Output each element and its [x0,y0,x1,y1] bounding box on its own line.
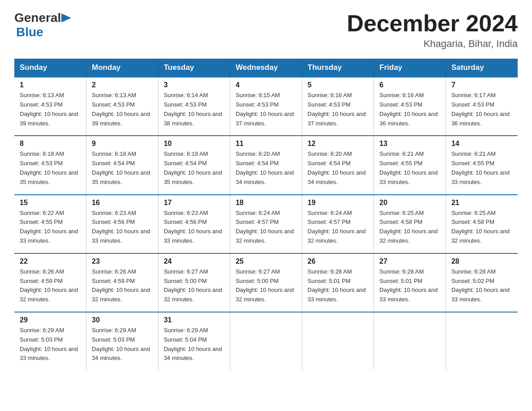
day-info: Sunrise: 6:20 AMSunset: 4:54 PMDaylight:… [236,150,296,187]
day-info: Sunrise: 6:22 AMSunset: 4:55 PMDaylight:… [20,209,81,246]
day-info: Sunrise: 6:28 AMSunset: 5:01 PMDaylight:… [308,267,369,304]
col-header-tuesday: Tuesday [158,59,230,77]
calendar-cell: 19 Sunrise: 6:24 AMSunset: 4:57 PMDaylig… [302,195,374,253]
day-number: 8 [20,140,81,148]
calendar-cell: 15 Sunrise: 6:22 AMSunset: 4:55 PMDaylig… [14,195,86,253]
day-number: 5 [308,81,369,89]
day-number: 22 [20,257,81,265]
calendar-cell: 14 Sunrise: 6:21 AMSunset: 4:55 PMDaylig… [446,136,518,194]
calendar-cell: 30 Sunrise: 6:29 AMSunset: 5:03 PMDaylig… [86,312,159,370]
day-info: Sunrise: 6:13 AMSunset: 4:53 PMDaylight:… [20,91,81,128]
day-number: 26 [308,257,369,265]
col-header-monday: Monday [86,59,159,77]
day-info: Sunrise: 6:21 AMSunset: 4:55 PMDaylight:… [451,150,512,187]
calendar-header-row: SundayMondayTuesdayWednesdayThursdayFrid… [14,59,518,77]
day-number: 15 [20,199,81,207]
col-header-thursday: Thursday [302,59,374,77]
col-header-saturday: Saturday [446,59,518,77]
page-header: General Blue December 2024 Khagaria, Bih… [14,11,518,50]
day-number: 18 [236,199,296,207]
day-info: Sunrise: 6:15 AMSunset: 4:53 PMDaylight:… [236,91,296,128]
day-number: 27 [379,257,440,265]
calendar-cell: 20 Sunrise: 6:25 AMSunset: 4:58 PMDaylig… [374,195,446,253]
logo-general-text: General [14,11,61,25]
day-number: 20 [379,199,440,207]
calendar-cell: 4 Sunrise: 6:15 AMSunset: 4:53 PMDayligh… [230,77,302,136]
day-number: 30 [92,316,153,324]
col-header-sunday: Sunday [14,59,86,77]
title-section: December 2024 Khagaria, Bihar, India [347,11,518,50]
day-number: 6 [379,81,440,89]
day-info: Sunrise: 6:14 AMSunset: 4:53 PMDaylight:… [164,91,225,128]
calendar-cell: 3 Sunrise: 6:14 AMSunset: 4:53 PMDayligh… [158,77,230,136]
day-number: 31 [164,316,225,324]
day-number: 10 [164,140,225,148]
calendar-week-row: 29 Sunrise: 6:29 AMSunset: 5:03 PMDaylig… [14,312,518,370]
day-number: 13 [379,140,440,148]
calendar-cell: 6 Sunrise: 6:16 AMSunset: 4:53 PMDayligh… [374,77,446,136]
calendar-cell: 31 Sunrise: 6:29 AMSunset: 5:04 PMDaylig… [158,312,230,370]
day-number: 17 [164,199,225,207]
day-info: Sunrise: 6:16 AMSunset: 4:53 PMDaylight:… [379,91,440,128]
day-info: Sunrise: 6:17 AMSunset: 4:53 PMDaylight:… [451,91,512,128]
day-info: Sunrise: 6:28 AMSunset: 5:02 PMDaylight:… [451,267,512,304]
calendar-week-row: 1 Sunrise: 6:13 AMSunset: 4:53 PMDayligh… [14,77,518,136]
day-info: Sunrise: 6:29 AMSunset: 5:03 PMDaylight:… [20,326,81,363]
day-info: Sunrise: 6:29 AMSunset: 5:03 PMDaylight:… [92,326,153,363]
day-number: 23 [92,257,153,265]
svg-marker-0 [61,13,71,22]
col-header-wednesday: Wednesday [230,59,302,77]
day-info: Sunrise: 6:27 AMSunset: 5:00 PMDaylight:… [236,267,296,304]
day-info: Sunrise: 6:20 AMSunset: 4:54 PMDaylight:… [308,150,369,187]
day-number: 24 [164,257,225,265]
day-info: Sunrise: 6:23 AMSunset: 4:56 PMDaylight:… [92,209,153,246]
day-number: 7 [451,81,512,89]
day-info: Sunrise: 6:21 AMSunset: 4:55 PMDaylight:… [379,150,440,187]
calendar-cell [374,312,446,370]
day-number: 14 [451,140,512,148]
day-number: 19 [308,199,369,207]
day-info: Sunrise: 6:28 AMSunset: 5:01 PMDaylight:… [379,267,440,304]
day-number: 12 [308,140,369,148]
calendar-cell: 23 Sunrise: 6:26 AMSunset: 4:59 PMDaylig… [86,253,159,312]
day-info: Sunrise: 6:26 AMSunset: 4:59 PMDaylight:… [20,267,81,304]
calendar-cell: 17 Sunrise: 6:23 AMSunset: 4:56 PMDaylig… [158,195,230,253]
calendar-cell: 21 Sunrise: 6:25 AMSunset: 4:58 PMDaylig… [446,195,518,253]
logo-blue-text: Blue [16,25,43,39]
day-number: 9 [92,140,153,148]
day-info: Sunrise: 6:25 AMSunset: 4:58 PMDaylight:… [451,209,512,246]
calendar-cell: 13 Sunrise: 6:21 AMSunset: 4:55 PMDaylig… [374,136,446,194]
day-info: Sunrise: 6:13 AMSunset: 4:53 PMDaylight:… [92,91,153,128]
calendar-cell: 8 Sunrise: 6:18 AMSunset: 4:53 PMDayligh… [14,136,86,194]
calendar-cell: 1 Sunrise: 6:13 AMSunset: 4:53 PMDayligh… [14,77,86,136]
day-info: Sunrise: 6:18 AMSunset: 4:53 PMDaylight:… [20,150,81,187]
col-header-friday: Friday [374,59,446,77]
day-info: Sunrise: 6:27 AMSunset: 5:00 PMDaylight:… [164,267,225,304]
calendar-cell: 2 Sunrise: 6:13 AMSunset: 4:53 PMDayligh… [86,77,159,136]
month-year-title: December 2024 [347,11,518,36]
day-number: 28 [451,257,512,265]
day-number: 4 [236,81,296,89]
day-info: Sunrise: 6:24 AMSunset: 4:57 PMDaylight:… [236,209,296,246]
calendar-cell: 5 Sunrise: 6:16 AMSunset: 4:53 PMDayligh… [302,77,374,136]
calendar-cell: 29 Sunrise: 6:29 AMSunset: 5:03 PMDaylig… [14,312,86,370]
calendar-cell: 26 Sunrise: 6:28 AMSunset: 5:01 PMDaylig… [302,253,374,312]
day-info: Sunrise: 6:29 AMSunset: 5:04 PMDaylight:… [164,326,225,363]
logo-triangle-icon [61,12,71,24]
day-number: 16 [92,199,153,207]
calendar-table: SundayMondayTuesdayWednesdayThursdayFrid… [14,59,518,370]
day-info: Sunrise: 6:26 AMSunset: 4:59 PMDaylight:… [92,267,153,304]
day-info: Sunrise: 6:16 AMSunset: 4:53 PMDaylight:… [308,91,369,128]
day-number: 29 [20,316,81,324]
calendar-cell: 11 Sunrise: 6:20 AMSunset: 4:54 PMDaylig… [230,136,302,194]
calendar-week-row: 15 Sunrise: 6:22 AMSunset: 4:55 PMDaylig… [14,195,518,253]
calendar-cell: 25 Sunrise: 6:27 AMSunset: 5:00 PMDaylig… [230,253,302,312]
calendar-cell [230,312,302,370]
day-number: 2 [92,81,153,89]
calendar-cell: 22 Sunrise: 6:26 AMSunset: 4:59 PMDaylig… [14,253,86,312]
day-number: 3 [164,81,225,89]
calendar-week-row: 22 Sunrise: 6:26 AMSunset: 4:59 PMDaylig… [14,253,518,312]
calendar-cell: 16 Sunrise: 6:23 AMSunset: 4:56 PMDaylig… [86,195,159,253]
calendar-cell: 27 Sunrise: 6:28 AMSunset: 5:01 PMDaylig… [374,253,446,312]
day-number: 1 [20,81,81,89]
